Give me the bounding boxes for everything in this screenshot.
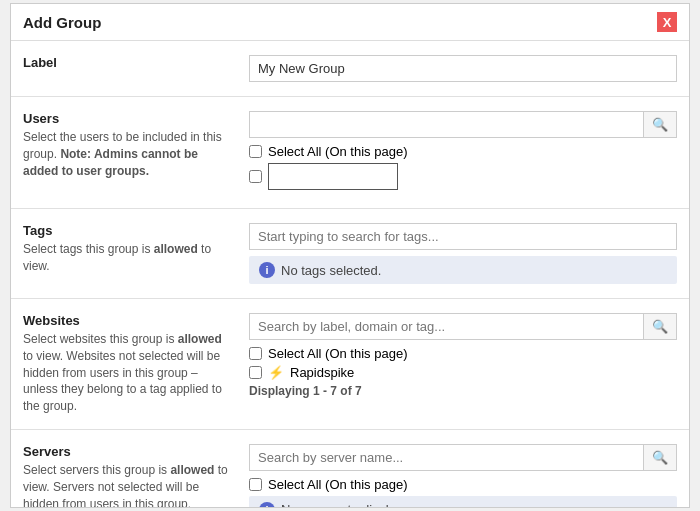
servers-no-servers-label: No servers to display [281, 502, 402, 508]
servers-select-all-row: Select All (On this page) [249, 477, 677, 492]
label-section-content [249, 55, 677, 82]
servers-section-label: Servers Select servers this group is all… [23, 444, 233, 508]
servers-title: Servers [23, 444, 233, 459]
search-icon: 🔍 [652, 319, 668, 334]
label-section-label: Label [23, 55, 233, 82]
websites-section-label: Websites Select websites this group is a… [23, 313, 233, 415]
websites-rapidspike-checkbox[interactable] [249, 366, 262, 379]
users-search-wrapper: 🔍 [249, 111, 677, 138]
websites-search-input[interactable] [249, 313, 643, 340]
websites-rapidspike-label: Rapidspike [290, 365, 354, 380]
servers-section-content: 🔍 Select All (On this page) i No servers… [249, 444, 677, 508]
websites-search-wrapper: 🔍 [249, 313, 677, 340]
tags-section-content: i No tags selected. [249, 223, 677, 284]
websites-section: Websites Select websites this group is a… [11, 299, 689, 430]
tags-section-label: Tags Select tags this group is allowed t… [23, 223, 233, 284]
websites-search-button[interactable]: 🔍 [643, 313, 677, 340]
label-input[interactable] [249, 55, 677, 82]
servers-search-wrapper: 🔍 [249, 444, 677, 471]
servers-section: Servers Select servers this group is all… [11, 430, 689, 508]
users-item-row [249, 163, 677, 190]
servers-search-button[interactable]: 🔍 [643, 444, 677, 471]
tags-no-tags-banner: i No tags selected. [249, 256, 677, 284]
search-icon: 🔍 [652, 450, 668, 465]
users-select-all-checkbox[interactable] [249, 145, 262, 158]
tags-no-tags-label: No tags selected. [281, 263, 381, 278]
tags-section: Tags Select tags this group is allowed t… [11, 209, 689, 299]
label-title: Label [23, 55, 233, 70]
users-section: Users Select the users to be included in… [11, 97, 689, 209]
websites-select-all-row: Select All (On this page) [249, 346, 677, 361]
rapidspike-icon: ⚡ [268, 365, 284, 380]
tags-title: Tags [23, 223, 233, 238]
websites-description: Select websites this group is allowed to… [23, 331, 233, 415]
websites-displaying-text: Displaying 1 - 7 of 7 [249, 384, 677, 398]
websites-rapidspike-row: ⚡ Rapidspike [249, 365, 677, 380]
users-search-input[interactable] [249, 111, 643, 138]
servers-description: Select servers this group is allowed to … [23, 462, 233, 508]
users-description: Select the users to be included in this … [23, 129, 233, 179]
websites-title: Websites [23, 313, 233, 328]
websites-select-all-checkbox[interactable] [249, 347, 262, 360]
search-icon: 🔍 [652, 117, 668, 132]
users-select-all-label: Select All (On this page) [268, 144, 407, 159]
tags-description: Select tags this group is allowed to vie… [23, 241, 233, 275]
servers-select-all-checkbox[interactable] [249, 478, 262, 491]
modal-header: Add Group X [11, 4, 689, 41]
websites-select-all-label: Select All (On this page) [268, 346, 407, 361]
servers-search-input[interactable] [249, 444, 643, 471]
label-section: Label [11, 41, 689, 97]
users-item-input[interactable] [268, 163, 398, 190]
users-search-button[interactable]: 🔍 [643, 111, 677, 138]
tags-info-icon: i [259, 262, 275, 278]
tags-search-input[interactable] [249, 223, 677, 250]
servers-info-icon: i [259, 502, 275, 508]
users-select-all-row: Select All (On this page) [249, 144, 677, 159]
add-group-modal: Add Group X Label Users Select the users… [10, 3, 690, 508]
modal-title: Add Group [23, 14, 101, 31]
servers-no-servers-banner: i No servers to display [249, 496, 677, 508]
websites-section-content: 🔍 Select All (On this page) ⚡ Rapidspike… [249, 313, 677, 415]
users-title: Users [23, 111, 233, 126]
users-item-checkbox[interactable] [249, 170, 262, 183]
users-section-content: 🔍 Select All (On this page) [249, 111, 677, 194]
close-button[interactable]: X [657, 12, 677, 32]
servers-select-all-label: Select All (On this page) [268, 477, 407, 492]
users-section-label: Users Select the users to be included in… [23, 111, 233, 194]
